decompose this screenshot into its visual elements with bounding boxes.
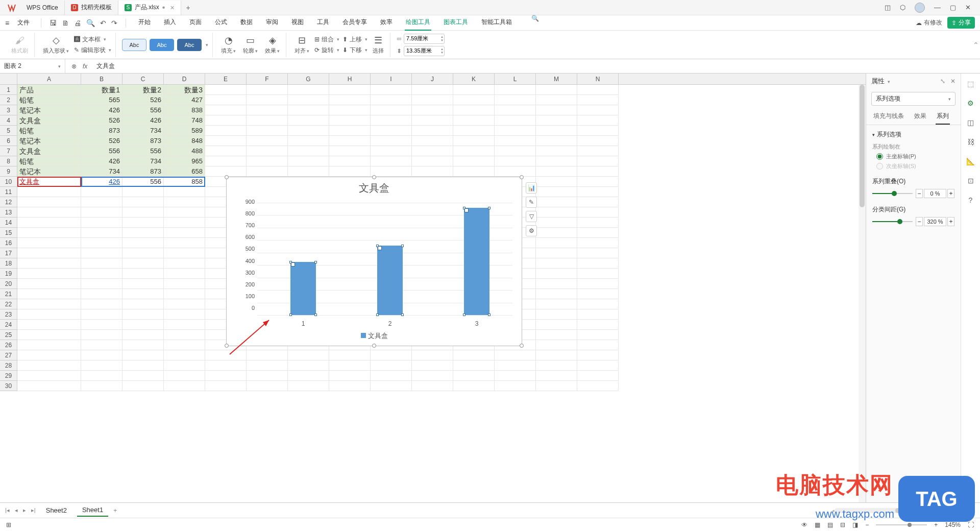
- cell[interactable]: [205, 85, 247, 95]
- cell[interactable]: [495, 85, 536, 95]
- cell[interactable]: 838: [164, 105, 205, 115]
- cell[interactable]: [577, 156, 619, 166]
- height-down-icon[interactable]: ▼: [440, 51, 444, 55]
- cell[interactable]: [164, 258, 205, 269]
- cell[interactable]: [81, 238, 122, 248]
- select-all-corner[interactable]: [0, 74, 17, 84]
- gap-slider[interactable]: [872, 221, 913, 222]
- cell[interactable]: [247, 166, 288, 177]
- cell[interactable]: [164, 289, 205, 299]
- view-page-icon[interactable]: ▤: [827, 521, 833, 528]
- shape-width-input[interactable]: [404, 34, 445, 44]
- cell[interactable]: [17, 309, 81, 320]
- align-button[interactable]: ⊟ 对齐▾: [292, 34, 311, 56]
- cell[interactable]: [247, 126, 288, 136]
- cell[interactable]: [495, 105, 536, 115]
- cell[interactable]: 658: [164, 166, 205, 177]
- cell[interactable]: [17, 299, 81, 309]
- tab-view[interactable]: 视图: [290, 15, 305, 31]
- cell[interactable]: [164, 238, 205, 248]
- cell[interactable]: [17, 320, 81, 330]
- cell[interactable]: [536, 85, 577, 95]
- row-header[interactable]: 3: [0, 105, 17, 115]
- cell[interactable]: [536, 360, 577, 371]
- cell[interactable]: [495, 126, 536, 136]
- tab-chart-tools[interactable]: 图表工具: [443, 15, 469, 31]
- cell[interactable]: [122, 371, 164, 381]
- panel-tab-fill[interactable]: 填充与线条: [872, 109, 905, 125]
- primary-axis-radio[interactable]: 主坐标轴(P): [876, 153, 954, 160]
- fx-icon[interactable]: fx: [83, 63, 87, 70]
- cell[interactable]: [536, 156, 577, 166]
- share-button[interactable]: ⇪ 分享: [947, 17, 975, 29]
- col-header[interactable]: G: [288, 74, 329, 84]
- cell[interactable]: 文具盒: [17, 146, 81, 156]
- col-header[interactable]: A: [17, 74, 81, 84]
- chart-elements-icon[interactable]: 📊: [526, 182, 537, 194]
- cell[interactable]: [81, 381, 122, 391]
- cell[interactable]: [371, 360, 412, 371]
- col-header[interactable]: D: [164, 74, 205, 84]
- cell[interactable]: [122, 218, 164, 228]
- cell[interactable]: [247, 85, 288, 95]
- cell[interactable]: 426: [81, 156, 122, 166]
- app-icon-2[interactable]: ⬡: [900, 4, 905, 11]
- cell[interactable]: [536, 197, 577, 207]
- cell[interactable]: [17, 218, 81, 228]
- cell[interactable]: [164, 279, 205, 289]
- cell[interactable]: [453, 105, 495, 115]
- row-header[interactable]: 20: [0, 279, 17, 289]
- cell[interactable]: 873: [122, 166, 164, 177]
- cell[interactable]: [329, 115, 371, 126]
- tab-member[interactable]: 会员专享: [341, 15, 368, 31]
- cell[interactable]: [17, 371, 81, 381]
- cell[interactable]: [536, 279, 577, 289]
- vscroll-thumb[interactable]: [860, 85, 865, 207]
- row-header[interactable]: 14: [0, 218, 17, 228]
- cell[interactable]: [495, 95, 536, 105]
- cell[interactable]: [122, 279, 164, 289]
- cell[interactable]: [453, 381, 495, 391]
- maximize-icon[interactable]: ▢: [950, 4, 956, 11]
- chart-handle-ne[interactable]: [520, 175, 524, 179]
- cell[interactable]: 848: [164, 136, 205, 146]
- row-header[interactable]: 10: [0, 177, 17, 187]
- shape-height-input[interactable]: [404, 46, 445, 56]
- row-header[interactable]: 27: [0, 350, 17, 360]
- cell[interactable]: 铅笔: [17, 156, 81, 166]
- cell[interactable]: [17, 207, 81, 218]
- cell[interactable]: [288, 166, 329, 177]
- cell[interactable]: [453, 146, 495, 156]
- cell[interactable]: [17, 269, 81, 279]
- cell[interactable]: [495, 115, 536, 126]
- cell[interactable]: [329, 85, 371, 95]
- cell[interactable]: [17, 340, 81, 350]
- cell[interactable]: [412, 166, 453, 177]
- cell[interactable]: [453, 166, 495, 177]
- row-header[interactable]: 17: [0, 248, 17, 258]
- cell[interactable]: [122, 340, 164, 350]
- cell[interactable]: [412, 350, 453, 360]
- chart-plot-area[interactable]: 900 800 700 600 500 400 300 200 100 0 12…: [257, 203, 512, 315]
- cell[interactable]: [329, 136, 371, 146]
- styles-more-icon[interactable]: ▾: [206, 42, 208, 47]
- row-header[interactable]: 6: [0, 136, 17, 146]
- cell[interactable]: [412, 136, 453, 146]
- cell[interactable]: [577, 85, 619, 95]
- cell[interactable]: [577, 320, 619, 330]
- cell[interactable]: [288, 371, 329, 381]
- formula-input[interactable]: 文具盒: [93, 62, 980, 70]
- panel-tab-effect[interactable]: 效果: [913, 109, 927, 125]
- cell[interactable]: [453, 360, 495, 371]
- cell[interactable]: [164, 330, 205, 340]
- cell[interactable]: [577, 197, 619, 207]
- row-header[interactable]: 7: [0, 146, 17, 156]
- row-header[interactable]: 1: [0, 85, 17, 95]
- cell[interactable]: [536, 320, 577, 330]
- cell[interactable]: [288, 85, 329, 95]
- width-down-icon[interactable]: ▼: [440, 39, 444, 42]
- cell[interactable]: [536, 258, 577, 269]
- chart-bar[interactable]: [290, 262, 316, 315]
- side-link-icon[interactable]: ⛓: [966, 137, 976, 147]
- cell[interactable]: [329, 146, 371, 156]
